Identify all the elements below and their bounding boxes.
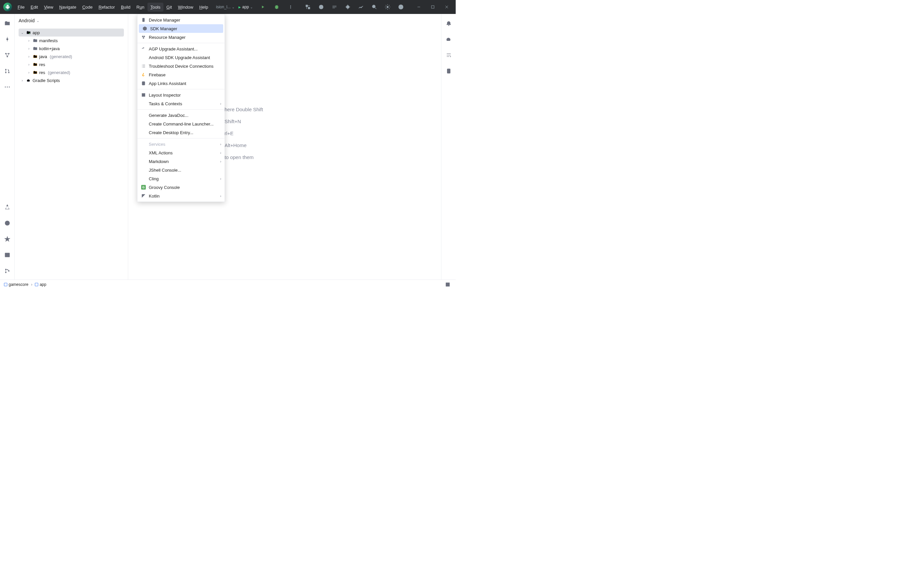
tree-item-app[interactable]: ⌄ app — [18, 28, 124, 36]
maximize-window-button[interactable] — [426, 0, 440, 14]
menu-item-tasks-contexts[interactable]: Tasks & Contexts › — [137, 99, 224, 108]
menu-item-create-desktop[interactable]: Create Desktop Entry... — [137, 128, 224, 137]
menu-item-cling[interactable]: Cling › — [137, 174, 224, 183]
firebase-icon — [141, 72, 146, 77]
svg-point-13 — [5, 69, 6, 70]
menu-code[interactable]: Code — [79, 3, 96, 12]
menu-help[interactable]: Help — [196, 3, 211, 12]
project-tree: ⌄ app › manifests › kotlin+java › — [15, 27, 128, 280]
svg-point-3 — [346, 6, 350, 9]
svg-point-22 — [8, 270, 9, 272]
chevron-down-icon: ⌄ — [20, 31, 25, 35]
minimize-window-button[interactable] — [412, 0, 426, 14]
breadcrumb-gamescore[interactable]: gamescore — [4, 282, 28, 287]
menu-item-kotlin[interactable]: Kotlin › — [137, 191, 224, 200]
project-tool-icon[interactable] — [3, 19, 11, 27]
menu-item-device-manager[interactable]: Device Manager — [137, 16, 224, 24]
menu-item-create-launcher[interactable]: Create Command-line Launcher... — [137, 120, 224, 128]
menu-item-xml-actions[interactable]: XML Actions › — [137, 148, 224, 157]
menu-separator — [137, 138, 224, 138]
version-control-icon[interactable] — [3, 267, 11, 275]
close-window-button[interactable] — [440, 0, 454, 14]
chevron-right-icon: › — [220, 160, 221, 163]
debug-button[interactable] — [271, 1, 283, 13]
profiler-icon[interactable] — [355, 1, 367, 13]
menu-edit[interactable]: Edit — [28, 3, 41, 12]
svg-point-18 — [9, 87, 10, 87]
menu-view[interactable]: View — [41, 3, 56, 12]
tree-item-res-generated[interactable]: › res (generated) — [25, 68, 124, 76]
terminal-icon[interactable] — [3, 251, 11, 259]
chevron-right-icon: › — [220, 151, 221, 155]
svg-point-29 — [144, 36, 145, 37]
menu-item-firebase[interactable]: Firebase — [137, 70, 224, 79]
app-selector[interactable]: ▸ app ⌄ — [236, 4, 255, 10]
tree-item-gradle-scripts[interactable]: › Gradle Scripts — [18, 76, 124, 84]
svg-rect-8 — [431, 6, 434, 8]
tree-item-java-generated[interactable]: › java (generated) — [25, 53, 124, 61]
menu-tools[interactable]: Tools — [147, 3, 163, 12]
settings-icon[interactable] — [381, 1, 394, 13]
menu-window[interactable]: Window — [175, 3, 196, 12]
menu-item-agp-upgrade[interactable]: AGP Upgrade Assistant... — [137, 44, 224, 53]
statusbar: gamescore › app — [0, 280, 456, 289]
search-icon[interactable] — [368, 1, 381, 13]
menu-separator — [137, 109, 224, 110]
menu-item-android-sdk-upgrade[interactable]: Android SDK Upgrade Assistant — [137, 53, 224, 62]
svg-point-23 — [5, 272, 6, 273]
menu-item-jshell[interactable]: JShell Console... — [137, 166, 224, 174]
generated-folder-icon — [33, 54, 38, 59]
app-logo-icon[interactable] — [3, 3, 12, 11]
svg-rect-33 — [143, 94, 145, 96]
running-devices-icon[interactable] — [445, 67, 453, 75]
welcome-hints: here Double Shift Shift+N rl+E Alt+Home … — [224, 104, 263, 163]
tree-item-res[interactable]: › res — [25, 61, 124, 68]
more-tools-icon[interactable] — [3, 83, 11, 91]
debug-tool-icon[interactable] — [342, 1, 354, 13]
svg-point-4 — [372, 5, 375, 8]
breadcrumb-app[interactable]: app — [35, 282, 46, 287]
run-button[interactable] — [257, 1, 269, 13]
make-project-icon[interactable] — [315, 1, 327, 13]
problems-icon[interactable] — [3, 219, 11, 227]
menu-item-layout-inspector[interactable]: Layout Inspector — [137, 91, 224, 99]
sync-icon[interactable] — [328, 1, 341, 13]
code-with-me-icon[interactable] — [302, 1, 314, 13]
gradle-icon — [26, 78, 31, 83]
menu-item-sdk-manager[interactable]: SDK Manager — [139, 24, 223, 33]
tree-item-kotlin-java[interactable]: › kotlin+java — [25, 44, 124, 53]
svg-point-7 — [400, 6, 402, 7]
structure-tool-icon[interactable] — [3, 51, 11, 59]
menu-refactor[interactable]: Refactor — [96, 3, 118, 12]
run-config-selector[interactable]: ision_l... ⌄ — [216, 5, 234, 9]
menu-item-troubleshoot[interactable]: Troubleshoot Device Connections — [137, 62, 224, 70]
gradle-tool-icon[interactable] — [445, 35, 453, 43]
menu-item-groovy-console[interactable]: G Groovy Console — [137, 183, 224, 191]
menu-run[interactable]: Run — [134, 3, 147, 12]
tree-item-manifests[interactable]: › manifests — [25, 36, 124, 44]
svg-point-11 — [8, 53, 9, 54]
commit-tool-icon[interactable] — [3, 35, 11, 43]
svg-point-5 — [387, 6, 389, 8]
menu-git[interactable]: Git — [163, 3, 175, 12]
build-variants-icon[interactable] — [3, 203, 11, 211]
menu-separator — [137, 43, 224, 43]
app-quality-icon[interactable] — [3, 235, 11, 243]
menu-item-resource-manager[interactable]: Resource Manager — [137, 33, 224, 41]
account-icon[interactable] — [394, 1, 407, 13]
statusbar-widget-icon[interactable] — [444, 280, 452, 288]
menu-item-app-links[interactable]: App Links Assistant — [137, 79, 224, 87]
menu-file[interactable]: File — [15, 3, 28, 12]
empty-icon — [141, 142, 146, 147]
menu-build[interactable]: Build — [118, 3, 134, 12]
notifications-icon[interactable] — [445, 19, 453, 27]
menu-item-markdown[interactable]: Markdown › — [137, 157, 224, 166]
titlebar: File Edit View Navigate Code Refactor Bu… — [0, 0, 456, 14]
project-view-selector[interactable]: Android ⌄ — [15, 14, 128, 27]
more-actions-button[interactable] — [285, 1, 297, 13]
empty-icon — [141, 150, 146, 155]
pull-requests-icon[interactable] — [3, 67, 11, 75]
device-manager-icon[interactable] — [445, 51, 453, 59]
menu-navigate[interactable]: Navigate — [56, 3, 79, 12]
menu-item-generate-javadoc[interactable]: Generate JavaDoc... — [137, 111, 224, 120]
